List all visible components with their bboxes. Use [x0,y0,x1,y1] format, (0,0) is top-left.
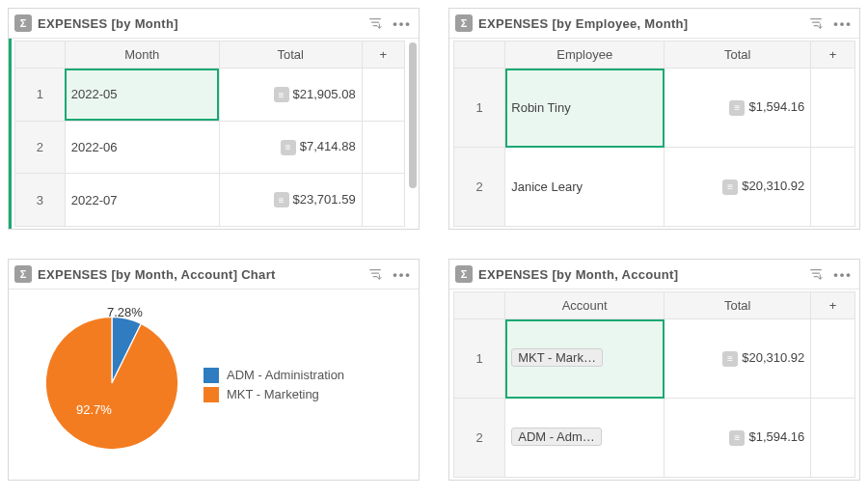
pie-label-adm: 7.28% [107,305,143,319]
card-body: Account Total + 1 MKT - Mark… ≡$20,310.9… [449,290,859,480]
cell-employee[interactable]: Robin Tiny [505,69,665,148]
cell-month[interactable]: 2022-07 [65,174,219,227]
more-icon[interactable]: ••• [392,263,413,285]
row-number: 1 [15,69,66,122]
pie-label-mkt: 92.7% [76,402,112,417]
sigma-icon: Σ [14,265,32,283]
card-title: EXPENSES [by Employee, Month] [478,16,800,31]
sigma-icon: Σ [455,14,473,32]
scrollbar[interactable] [409,42,417,225]
table-row[interactable]: 3 2022-07 ≡$23,701.59 [15,174,405,227]
col-total[interactable]: Total [665,292,811,319]
row-icon: ≡ [281,140,296,155]
cell-empty [362,69,404,122]
col-account[interactable]: Account [505,292,665,319]
filter-sort-icon[interactable] [365,13,386,34]
col-total[interactable]: Total [219,41,362,69]
cell-employee[interactable]: Janice Leary [505,148,665,227]
table-row[interactable]: 2 2022-06 ≡$7,414.88 [15,121,405,174]
row-icon: ≡ [722,351,738,367]
col-rownum[interactable] [454,292,505,319]
legend-item-mkt[interactable]: MKT - Marketing [203,387,344,402]
account-chip[interactable]: MKT - Mark… [511,348,603,367]
card-title: EXPENSES [by Month] [38,16,359,31]
col-rownum[interactable] [454,41,505,69]
table-expenses-month: Month Total + 1 2022-05 ≡$21,905.08 2 20… [14,41,405,227]
more-icon[interactable]: ••• [832,13,854,34]
chart-legend: ADM - Administration MKT - Marketing [203,364,344,406]
card-header: Σ EXPENSES [by Employee, Month] ••• [449,9,859,39]
cell-total[interactable]: ≡$23,701.59 [219,174,362,227]
card-header: Σ EXPENSES [by Month] ••• [9,9,419,39]
table-row[interactable]: 2 ADM - Adm… ≡$1,594.16 [454,399,855,478]
row-icon: ≡ [729,100,745,116]
row-number: 3 [15,174,66,227]
filter-sort-icon[interactable] [805,13,827,34]
cell-month[interactable]: 2022-06 [65,121,219,174]
cell-total[interactable]: ≡$7,414.88 [219,121,362,174]
sigma-icon: Σ [455,265,473,283]
table-row[interactable]: 1 2022-05 ≡$21,905.08 [15,69,405,122]
col-month[interactable]: Month [65,41,219,69]
legend-label: ADM - Administration [227,368,344,382]
card-title: EXPENSES [by Month, Account] Chart [38,267,359,282]
card-header: Σ EXPENSES [by Month, Account] ••• [449,260,859,290]
card-body: Employee Total + 1 Robin Tiny ≡$1,594.16… [449,39,859,229]
cell-account[interactable]: ADM - Adm… [505,399,665,478]
sigma-icon: Σ [14,14,32,32]
card-expenses-by-account: Σ EXPENSES [by Month, Account] ••• Accou… [448,259,860,481]
card-expenses-by-employee: Σ EXPENSES [by Employee, Month] ••• Empl… [448,8,860,230]
col-rownum[interactable] [15,41,66,69]
col-total[interactable]: Total [665,41,811,69]
legend-label: MKT - Marketing [227,387,319,401]
chart-body: 7.28% 92.7% ADM - Administration MKT - M… [9,290,419,480]
card-title: EXPENSES [by Month, Account] [478,267,800,282]
col-employee[interactable]: Employee [505,41,665,69]
more-icon[interactable]: ••• [832,263,854,285]
legend-item-adm[interactable]: ADM - Administration [203,368,344,383]
row-number: 2 [15,121,66,174]
card-expenses-by-month: Σ EXPENSES [by Month] ••• Month Total + [8,8,420,230]
account-chip[interactable]: ADM - Adm… [511,428,601,446]
more-icon[interactable]: ••• [392,13,413,34]
cell-month[interactable]: 2022-05 [65,69,219,122]
filter-sort-icon[interactable] [805,263,827,285]
row-icon: ≡ [722,179,738,195]
table-expenses-employee: Employee Total + 1 Robin Tiny ≡$1,594.16… [453,41,855,227]
legend-swatch [203,368,219,383]
cell-account[interactable]: MKT - Mark… [505,319,665,399]
cell-total[interactable]: ≡$21,905.08 [219,69,362,122]
pie-chart [40,311,184,456]
card-header: Σ EXPENSES [by Month, Account] Chart ••• [9,260,419,290]
table-row[interactable]: 1 MKT - Mark… ≡$20,310.92 [454,319,855,399]
filter-sort-icon[interactable] [365,263,386,285]
col-add[interactable]: + [362,41,404,69]
legend-swatch [203,387,219,402]
row-icon: ≡ [274,87,289,102]
col-add[interactable]: + [811,292,855,319]
card-body: Month Total + 1 2022-05 ≡$21,905.08 2 20… [9,39,419,229]
card-expenses-chart: Σ EXPENSES [by Month, Account] Chart •••… [8,259,420,481]
col-add[interactable]: + [811,41,855,69]
table-row[interactable]: 2 Janice Leary ≡$20,310.92 [454,148,855,227]
row-icon: ≡ [729,430,745,446]
table-row[interactable]: 1 Robin Tiny ≡$1,594.16 [454,69,855,148]
row-icon: ≡ [274,192,289,207]
table-expenses-account: Account Total + 1 MKT - Mark… ≡$20,310.9… [453,291,855,478]
